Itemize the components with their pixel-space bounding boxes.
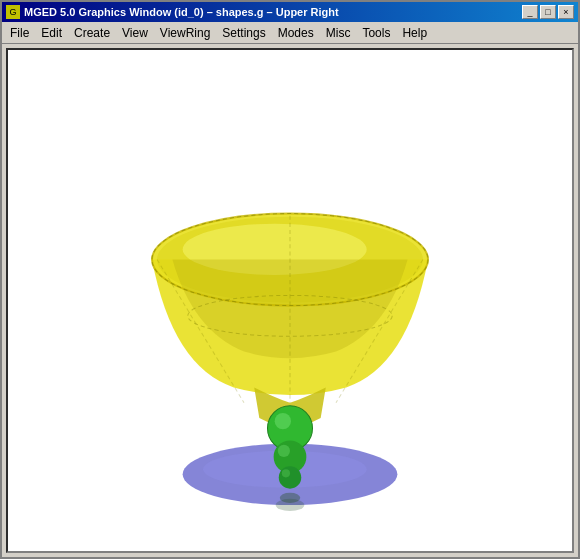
menu-edit[interactable]: Edit (35, 24, 68, 42)
menu-view[interactable]: View (116, 24, 154, 42)
title-buttons: _ □ × (522, 5, 574, 19)
menu-modes[interactable]: Modes (272, 24, 320, 42)
menu-file[interactable]: File (4, 24, 35, 42)
close-button[interactable]: × (558, 5, 574, 19)
minimize-button[interactable]: _ (522, 5, 538, 19)
svg-point-13 (282, 469, 290, 477)
title-bar: G MGED 5.0 Graphics Window (id_0) – shap… (2, 2, 578, 22)
maximize-button[interactable]: □ (540, 5, 556, 19)
menu-help[interactable]: Help (396, 24, 433, 42)
menu-settings[interactable]: Settings (216, 24, 271, 42)
menu-tools[interactable]: Tools (356, 24, 396, 42)
menu-create[interactable]: Create (68, 24, 116, 42)
svg-point-8 (275, 413, 291, 429)
scene-svg (8, 50, 572, 551)
menu-viewring[interactable]: ViewRing (154, 24, 216, 42)
window-icon: G (6, 5, 20, 19)
svg-point-11 (278, 445, 290, 457)
title-bar-left: G MGED 5.0 Graphics Window (id_0) – shap… (6, 5, 339, 19)
menu-bar: File Edit Create View ViewRing Settings … (2, 22, 578, 44)
window-title: MGED 5.0 Graphics Window (id_0) – shapes… (24, 6, 339, 18)
svg-point-15 (276, 499, 305, 511)
menu-misc[interactable]: Misc (320, 24, 357, 42)
main-window: G MGED 5.0 Graphics Window (id_0) – shap… (0, 0, 580, 559)
svg-point-12 (279, 466, 301, 488)
graphics-canvas[interactable] (6, 48, 574, 553)
